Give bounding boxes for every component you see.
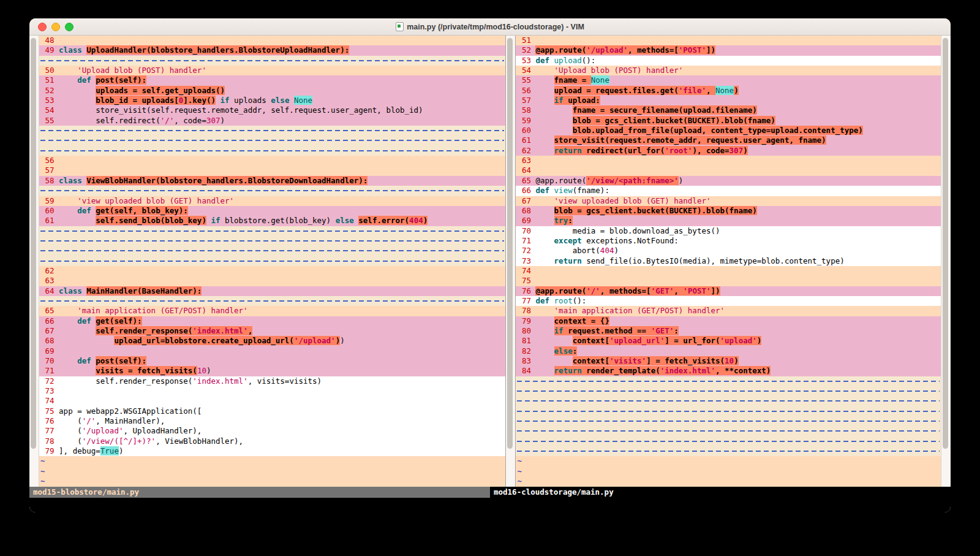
code-line[interactable]: 69 <box>39 346 505 356</box>
line-number: 80 <box>517 326 531 336</box>
code-line[interactable]: 71 visits = fetch_visits(10) <box>39 366 505 376</box>
code-line[interactable]: 71 except exceptions.NotFound: <box>516 236 941 246</box>
code-line[interactable]: 65 'main application (GET/POST) handler' <box>39 306 505 316</box>
code-line[interactable]: 64class MainHandler(BaseHandler): <box>39 286 505 296</box>
code-line[interactable]: 66def view(fname): <box>516 186 941 196</box>
code-line[interactable]: 51 <box>516 36 941 45</box>
code-segment <box>59 376 96 386</box>
line-number: 69 <box>517 216 531 226</box>
minimize-button[interactable] <box>51 23 60 31</box>
code-line[interactable]: 53def upload(): <box>516 56 941 66</box>
split-divider-scrollbar[interactable] <box>505 36 516 487</box>
code-line[interactable]: 79], debug=True) <box>39 446 505 456</box>
code-line[interactable]: 60 def get(self, blob_key): <box>39 206 505 216</box>
code-segment: None <box>294 96 312 105</box>
code-line[interactable]: 68 blob = gcs_client.bucket(BUCKET).blob… <box>516 206 941 216</box>
code-line[interactable]: 57 if upload: <box>516 96 941 105</box>
line-number: 74 <box>40 396 55 406</box>
left-scrollbar[interactable] <box>29 36 39 487</box>
left-scrollbar-thumb[interactable] <box>31 38 36 449</box>
code-segment: 307 <box>729 146 744 155</box>
code-line[interactable]: 78 ('/view/([^/]+)?', ViewBlobHandler), <box>39 436 505 446</box>
line-number: 65 <box>517 176 531 186</box>
line-number: 81 <box>517 336 531 346</box>
code-line[interactable]: 62 <box>39 266 505 276</box>
right-scrollbar-thumb[interactable] <box>943 38 948 449</box>
code-line[interactable]: 72 abort(404) <box>516 246 941 256</box>
code-line[interactable]: 67 self.render_response('index.html', <box>39 326 505 336</box>
code-line[interactable]: 65@app.route('/view/<path:fname>') <box>516 176 941 186</box>
code-line[interactable]: 84 return render_template('index.html', … <box>516 366 941 376</box>
code-line[interactable]: 67 'view uploaded blob (GET) handler' <box>516 196 941 206</box>
left-editor-pane[interactable]: 4849class UploadHandler(blobstore_handle… <box>39 36 505 487</box>
code-line[interactable]: 77 ('/upload', UploadHandler), <box>39 426 505 436</box>
code-line[interactable]: 79 context = {} <box>516 316 941 326</box>
code-segment: if <box>221 96 230 105</box>
code-line[interactable]: 54 store_visit(self.request.remote_addr,… <box>39 105 505 115</box>
code-line[interactable]: 76@app.route('/', methods=['GET', 'POST'… <box>516 286 941 296</box>
code-line[interactable]: 60 blob.upload_from_file(upload, content… <box>516 126 941 135</box>
code-segment: None <box>591 75 609 85</box>
code-line[interactable]: 58class ViewBlobHandler(blobstore_handle… <box>39 176 505 186</box>
code-line[interactable]: 70 def post(self): <box>39 356 505 366</box>
divider-scrollbar-thumb[interactable] <box>507 38 513 449</box>
code-segment <box>59 105 96 115</box>
code-line[interactable]: 58 fname = secure_filename(upload.filena… <box>516 105 941 115</box>
code-line[interactable]: 59 blob = gcs_client.bucket(BUCKET).blob… <box>516 116 941 126</box>
code-segment: render_template( <box>582 366 660 375</box>
line-number: 64 <box>40 286 55 296</box>
code-line[interactable]: 61 self.send_blob(blob_key) if blobstore… <box>39 216 505 226</box>
code-line[interactable]: 76 ('/', MainHandler), <box>39 416 505 426</box>
code-line[interactable]: 61 store_visit(request.remote_addr, requ… <box>516 135 941 145</box>
code-line[interactable]: 56 <box>39 156 505 166</box>
zoom-button[interactable] <box>65 23 74 31</box>
code-line[interactable]: 74 <box>39 396 505 406</box>
code-line[interactable]: 52@app.route('/upload', methods=['POST']… <box>516 45 941 55</box>
code-line[interactable]: 81 context['upload_url'] = url_for('uplo… <box>516 336 941 346</box>
line-number: 77 <box>517 296 531 306</box>
line-number: 64 <box>517 166 531 175</box>
right-editor-pane[interactable]: 5152@app.route('/upload', methods=['POST… <box>516 36 941 487</box>
line-number: 71 <box>40 366 55 376</box>
right-scrollbar[interactable] <box>941 36 951 487</box>
code-line[interactable]: 69 try: <box>516 216 941 226</box>
code-line[interactable]: 83 context['visits'] = fetch_visits(10) <box>516 356 941 366</box>
code-line[interactable]: 63 <box>516 156 941 166</box>
code-line[interactable]: 62 return redirect(url_for('root'), code… <box>516 146 941 156</box>
code-line[interactable]: 73 <box>39 386 505 396</box>
code-line[interactable]: 73 return send_file(io.BytesIO(media), m… <box>516 256 941 266</box>
code-line[interactable]: 75 <box>516 276 941 286</box>
code-line[interactable]: 52 uploads = self.get_uploads() <box>39 86 505 96</box>
code-line[interactable]: 53 blob_id = uploads[0].key() if uploads… <box>39 96 505 105</box>
code-line[interactable]: 80 if request.method == 'GET': <box>516 326 941 336</box>
code-line[interactable]: 56 upload = request.files.get('file', No… <box>516 86 941 96</box>
code-line[interactable]: 66 def get(self): <box>39 316 505 326</box>
code-segment: redirect(url_for( <box>582 146 665 155</box>
code-segment: def <box>77 206 96 215</box>
code-line[interactable]: 51 def post(self): <box>39 75 505 85</box>
code-line[interactable]: 63 <box>39 276 505 286</box>
code-segment: return <box>554 366 582 375</box>
code-line[interactable]: 72 self.render_response('index.html', vi… <box>39 376 505 386</box>
code-segment: '/view/([^/]+)?' <box>82 436 156 446</box>
code-line[interactable]: 68 upload_url=blobstore.create_upload_ur… <box>39 336 505 346</box>
code-line[interactable]: 77def root(): <box>516 296 941 306</box>
close-button[interactable] <box>38 23 47 31</box>
code-line[interactable]: 55 self.redirect('/', code=307) <box>39 116 505 126</box>
code-line[interactable]: 48 <box>39 36 505 45</box>
code-line[interactable]: 75app = webapp2.WSGIApplication([ <box>39 406 505 416</box>
code-line[interactable]: 82 else: <box>516 346 941 356</box>
code-line[interactable]: 59 'view uploaded blob (GET) handler' <box>39 196 505 206</box>
code-line[interactable]: 70 media = blob.download_as_bytes() <box>516 226 941 236</box>
code-line[interactable]: 50 'Upload blob (POST) handler' <box>39 66 505 75</box>
code-line[interactable]: 64 <box>516 166 941 175</box>
code-segment <box>535 216 554 225</box>
code-line[interactable]: 74 <box>516 266 941 276</box>
code-segment: '/' <box>160 116 175 125</box>
code-line[interactable]: 55 fname = None <box>516 75 941 85</box>
code-line[interactable]: 54 'Upload blob (POST) handler' <box>516 66 941 75</box>
code-line[interactable]: 49class UploadHandler(blobstore_handlers… <box>39 45 505 55</box>
code-line[interactable]: 57 <box>39 166 505 175</box>
line-number: 50 <box>40 66 55 75</box>
code-line[interactable]: 78 'main application (GET/POST) handler' <box>516 306 941 316</box>
